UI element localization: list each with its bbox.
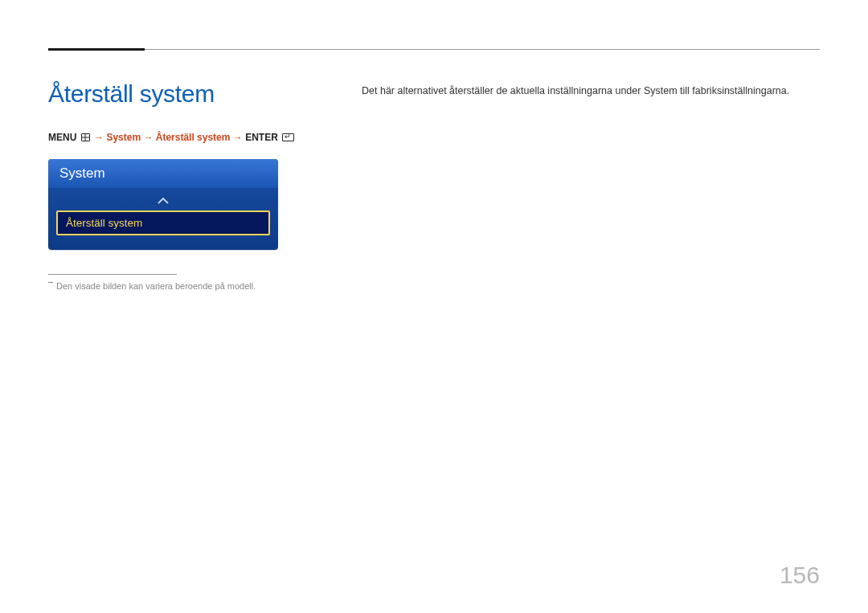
page-number: 156 [780,562,820,589]
system-menu-panel: System Återställ system [48,159,278,250]
breadcrumb-arrow: → [233,132,243,143]
breadcrumb-enter-label: ENTER [245,132,278,143]
right-column: Det här alternativet återställer de aktu… [321,80,820,291]
menu-item-reset-system[interactable]: Återställ system [56,210,270,235]
page-container: Återställ system MENU → System → Återstä… [0,0,868,613]
breadcrumb-arrow: → [94,132,104,143]
description-text: Det här alternativet återställer de aktu… [362,85,820,96]
breadcrumb-menu-label: MENU [48,132,76,143]
enter-key-icon [282,133,294,141]
header-rule [48,49,820,50]
page-title: Återställ system [48,80,321,108]
footnote-rule [48,274,177,275]
footnote-text: Den visade bilden kan variera beroende p… [48,281,321,291]
content-area: Återställ system MENU → System → Återstä… [48,48,820,291]
menu-panel-header: System [48,159,278,188]
breadcrumb: MENU → System → Återställ system → ENTER [48,132,321,143]
scroll-up-indicator[interactable] [48,188,278,210]
menu-grid-icon [81,133,90,141]
breadcrumb-path: System → Återställ system [106,132,230,143]
left-column: Återställ system MENU → System → Återstä… [48,80,321,291]
header-accent-bar [48,48,145,51]
chevron-up-icon [158,197,169,204]
